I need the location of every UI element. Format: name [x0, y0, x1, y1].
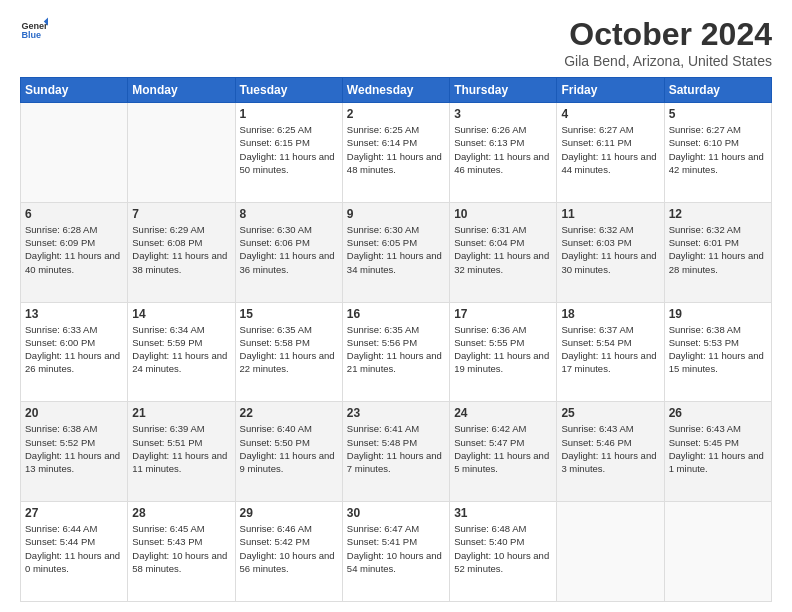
day-detail: Sunrise: 6:38 AM Sunset: 5:52 PM Dayligh… — [25, 422, 123, 475]
calendar-day-22: 22Sunrise: 6:40 AM Sunset: 5:50 PM Dayli… — [235, 402, 342, 502]
day-detail: Sunrise: 6:41 AM Sunset: 5:48 PM Dayligh… — [347, 422, 445, 475]
day-detail: Sunrise: 6:31 AM Sunset: 6:04 PM Dayligh… — [454, 223, 552, 276]
day-detail: Sunrise: 6:30 AM Sunset: 6:06 PM Dayligh… — [240, 223, 338, 276]
day-number: 11 — [561, 207, 659, 221]
day-detail: Sunrise: 6:38 AM Sunset: 5:53 PM Dayligh… — [669, 323, 767, 376]
day-number: 30 — [347, 506, 445, 520]
weekday-header-saturday: Saturday — [664, 78, 771, 103]
calendar-day-9: 9Sunrise: 6:30 AM Sunset: 6:05 PM Daylig… — [342, 202, 449, 302]
calendar-week-row: 27Sunrise: 6:44 AM Sunset: 5:44 PM Dayli… — [21, 502, 772, 602]
calendar-body: 1Sunrise: 6:25 AM Sunset: 6:15 PM Daylig… — [21, 103, 772, 602]
day-detail: Sunrise: 6:44 AM Sunset: 5:44 PM Dayligh… — [25, 522, 123, 575]
day-number: 19 — [669, 307, 767, 321]
calendar-day-18: 18Sunrise: 6:37 AM Sunset: 5:54 PM Dayli… — [557, 302, 664, 402]
day-detail: Sunrise: 6:45 AM Sunset: 5:43 PM Dayligh… — [132, 522, 230, 575]
day-detail: Sunrise: 6:25 AM Sunset: 6:15 PM Dayligh… — [240, 123, 338, 176]
day-detail: Sunrise: 6:37 AM Sunset: 5:54 PM Dayligh… — [561, 323, 659, 376]
calendar-day-8: 8Sunrise: 6:30 AM Sunset: 6:06 PM Daylig… — [235, 202, 342, 302]
calendar-day-26: 26Sunrise: 6:43 AM Sunset: 5:45 PM Dayli… — [664, 402, 771, 502]
day-number: 25 — [561, 406, 659, 420]
day-detail: Sunrise: 6:29 AM Sunset: 6:08 PM Dayligh… — [132, 223, 230, 276]
day-number: 12 — [669, 207, 767, 221]
svg-text:General: General — [21, 21, 48, 31]
day-number: 8 — [240, 207, 338, 221]
day-number: 3 — [454, 107, 552, 121]
header: General Blue October 2024 Gila Bend, Ari… — [20, 16, 772, 69]
calendar-day-27: 27Sunrise: 6:44 AM Sunset: 5:44 PM Dayli… — [21, 502, 128, 602]
day-number: 13 — [25, 307, 123, 321]
day-detail: Sunrise: 6:46 AM Sunset: 5:42 PM Dayligh… — [240, 522, 338, 575]
day-number: 31 — [454, 506, 552, 520]
weekday-header-monday: Monday — [128, 78, 235, 103]
calendar-day-28: 28Sunrise: 6:45 AM Sunset: 5:43 PM Dayli… — [128, 502, 235, 602]
day-detail: Sunrise: 6:27 AM Sunset: 6:10 PM Dayligh… — [669, 123, 767, 176]
day-detail: Sunrise: 6:30 AM Sunset: 6:05 PM Dayligh… — [347, 223, 445, 276]
calendar-day-7: 7Sunrise: 6:29 AM Sunset: 6:08 PM Daylig… — [128, 202, 235, 302]
calendar-day-30: 30Sunrise: 6:47 AM Sunset: 5:41 PM Dayli… — [342, 502, 449, 602]
day-detail: Sunrise: 6:34 AM Sunset: 5:59 PM Dayligh… — [132, 323, 230, 376]
day-number: 10 — [454, 207, 552, 221]
generalblue-logo-icon: General Blue — [20, 16, 48, 44]
day-number: 2 — [347, 107, 445, 121]
day-detail: Sunrise: 6:48 AM Sunset: 5:40 PM Dayligh… — [454, 522, 552, 575]
calendar-day-empty — [557, 502, 664, 602]
calendar-day-19: 19Sunrise: 6:38 AM Sunset: 5:53 PM Dayli… — [664, 302, 771, 402]
calendar-day-13: 13Sunrise: 6:33 AM Sunset: 6:00 PM Dayli… — [21, 302, 128, 402]
calendar-day-21: 21Sunrise: 6:39 AM Sunset: 5:51 PM Dayli… — [128, 402, 235, 502]
calendar-day-24: 24Sunrise: 6:42 AM Sunset: 5:47 PM Dayli… — [450, 402, 557, 502]
calendar-day-3: 3Sunrise: 6:26 AM Sunset: 6:13 PM Daylig… — [450, 103, 557, 203]
day-number: 18 — [561, 307, 659, 321]
calendar-day-empty — [128, 103, 235, 203]
calendar-day-empty — [21, 103, 128, 203]
calendar-day-4: 4Sunrise: 6:27 AM Sunset: 6:11 PM Daylig… — [557, 103, 664, 203]
day-detail: Sunrise: 6:32 AM Sunset: 6:03 PM Dayligh… — [561, 223, 659, 276]
day-detail: Sunrise: 6:33 AM Sunset: 6:00 PM Dayligh… — [25, 323, 123, 376]
day-detail: Sunrise: 6:26 AM Sunset: 6:13 PM Dayligh… — [454, 123, 552, 176]
day-detail: Sunrise: 6:28 AM Sunset: 6:09 PM Dayligh… — [25, 223, 123, 276]
page-title: October 2024 — [564, 16, 772, 53]
calendar-day-23: 23Sunrise: 6:41 AM Sunset: 5:48 PM Dayli… — [342, 402, 449, 502]
day-detail: Sunrise: 6:27 AM Sunset: 6:11 PM Dayligh… — [561, 123, 659, 176]
day-number: 16 — [347, 307, 445, 321]
day-number: 6 — [25, 207, 123, 221]
day-number: 14 — [132, 307, 230, 321]
calendar-day-6: 6Sunrise: 6:28 AM Sunset: 6:09 PM Daylig… — [21, 202, 128, 302]
page-subtitle: Gila Bend, Arizona, United States — [564, 53, 772, 69]
weekday-header-wednesday: Wednesday — [342, 78, 449, 103]
day-number: 23 — [347, 406, 445, 420]
day-number: 20 — [25, 406, 123, 420]
page: General Blue October 2024 Gila Bend, Ari… — [0, 0, 792, 612]
day-detail: Sunrise: 6:36 AM Sunset: 5:55 PM Dayligh… — [454, 323, 552, 376]
day-number: 4 — [561, 107, 659, 121]
calendar-day-10: 10Sunrise: 6:31 AM Sunset: 6:04 PM Dayli… — [450, 202, 557, 302]
day-number: 15 — [240, 307, 338, 321]
calendar-table: SundayMondayTuesdayWednesdayThursdayFrid… — [20, 77, 772, 602]
calendar-day-14: 14Sunrise: 6:34 AM Sunset: 5:59 PM Dayli… — [128, 302, 235, 402]
calendar-week-row: 1Sunrise: 6:25 AM Sunset: 6:15 PM Daylig… — [21, 103, 772, 203]
calendar-day-5: 5Sunrise: 6:27 AM Sunset: 6:10 PM Daylig… — [664, 103, 771, 203]
day-number: 21 — [132, 406, 230, 420]
day-detail: Sunrise: 6:43 AM Sunset: 5:46 PM Dayligh… — [561, 422, 659, 475]
day-number: 24 — [454, 406, 552, 420]
day-detail: Sunrise: 6:35 AM Sunset: 5:56 PM Dayligh… — [347, 323, 445, 376]
calendar-day-31: 31Sunrise: 6:48 AM Sunset: 5:40 PM Dayli… — [450, 502, 557, 602]
calendar-header: SundayMondayTuesdayWednesdayThursdayFrid… — [21, 78, 772, 103]
calendar-day-17: 17Sunrise: 6:36 AM Sunset: 5:55 PM Dayli… — [450, 302, 557, 402]
day-number: 17 — [454, 307, 552, 321]
calendar-day-1: 1Sunrise: 6:25 AM Sunset: 6:15 PM Daylig… — [235, 103, 342, 203]
weekday-header-thursday: Thursday — [450, 78, 557, 103]
calendar-day-25: 25Sunrise: 6:43 AM Sunset: 5:46 PM Dayli… — [557, 402, 664, 502]
day-number: 7 — [132, 207, 230, 221]
calendar-week-row: 20Sunrise: 6:38 AM Sunset: 5:52 PM Dayli… — [21, 402, 772, 502]
day-detail: Sunrise: 6:47 AM Sunset: 5:41 PM Dayligh… — [347, 522, 445, 575]
weekday-header-tuesday: Tuesday — [235, 78, 342, 103]
day-detail: Sunrise: 6:25 AM Sunset: 6:14 PM Dayligh… — [347, 123, 445, 176]
calendar-week-row: 6Sunrise: 6:28 AM Sunset: 6:09 PM Daylig… — [21, 202, 772, 302]
weekday-header-sunday: Sunday — [21, 78, 128, 103]
day-detail: Sunrise: 6:35 AM Sunset: 5:58 PM Dayligh… — [240, 323, 338, 376]
day-number: 1 — [240, 107, 338, 121]
day-number: 9 — [347, 207, 445, 221]
day-number: 5 — [669, 107, 767, 121]
calendar-day-12: 12Sunrise: 6:32 AM Sunset: 6:01 PM Dayli… — [664, 202, 771, 302]
calendar-day-29: 29Sunrise: 6:46 AM Sunset: 5:42 PM Dayli… — [235, 502, 342, 602]
